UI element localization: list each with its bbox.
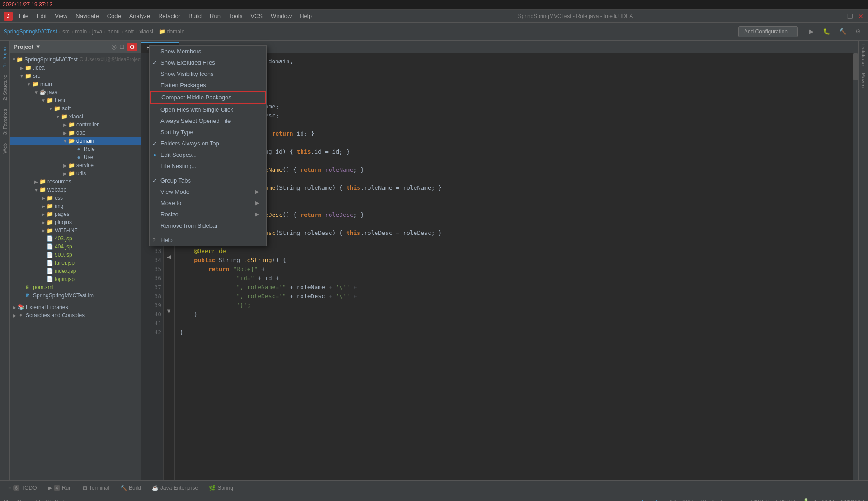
ctx-view-mode[interactable]: View Mode ▶ xyxy=(150,186,266,197)
bottom-tab-java-enterprise[interactable]: ☕ Java Enterprise xyxy=(147,483,203,493)
menu-code[interactable]: Code xyxy=(104,11,125,21)
tree-item-resources[interactable]: ▶ 📁 resources xyxy=(10,178,141,186)
breadcrumb-java[interactable]: java xyxy=(92,28,102,35)
bottom-tab-build[interactable]: 🔨 Build xyxy=(116,483,146,493)
tree-item-role[interactable]: ● Role xyxy=(10,145,141,153)
tree-item-soft[interactable]: ▼ 📁 soft xyxy=(10,104,141,112)
tree-item-403[interactable]: 📄 403.jsp xyxy=(10,234,141,243)
menu-build[interactable]: Build xyxy=(185,11,205,21)
tree-item-scratches[interactable]: ▶ ✦ Scratches and Consoles xyxy=(10,311,141,319)
maximize-button[interactable]: ❐ xyxy=(846,13,854,20)
tree-item-external-libraries[interactable]: ▶ 📚 External Libraries xyxy=(10,303,141,311)
tree-item-webapp[interactable]: ▼ 📁 webapp xyxy=(10,186,141,194)
tree-item-henu[interactable]: ▼ 📁 henu xyxy=(10,96,141,104)
editor-scrollbar-thumb[interactable] xyxy=(853,53,858,80)
tree-item-service[interactable]: ▶ 📁 service xyxy=(10,161,141,169)
menu-view[interactable]: View xyxy=(51,11,71,21)
bottom-tab-spring[interactable]: 🌿 Spring xyxy=(204,483,238,493)
ctx-edit-scopes[interactable]: ● Edit Scopes... xyxy=(150,149,266,160)
tree-item-controller[interactable]: ▶ 📁 controller xyxy=(10,121,141,129)
sidebar-item-project[interactable]: 1: Project xyxy=(0,42,9,70)
menu-file[interactable]: File xyxy=(15,11,32,21)
ctx-file-nesting[interactable]: File Nesting... xyxy=(150,160,266,172)
tree-item-plugins[interactable]: ▶ 📁 plugins xyxy=(10,218,141,226)
bottom-tab-run[interactable]: ▶ 4 Run xyxy=(43,483,76,493)
bottom-tab-todo[interactable]: ≡ 6 TODO xyxy=(4,483,42,493)
menu-analyze[interactable]: Analyze xyxy=(126,11,154,21)
ctx-show-visibility-icons[interactable]: Show Visibility Icons xyxy=(150,68,266,80)
close-button[interactable]: ✕ xyxy=(857,13,864,20)
line-endings[interactable]: CRLF xyxy=(682,499,695,501)
settings-button[interactable]: ⚙ xyxy=(852,26,864,37)
tree-item-pages[interactable]: ▶ 📁 pages xyxy=(10,210,141,218)
menu-edit[interactable]: Edit xyxy=(33,11,50,21)
tree-item-xiaosi[interactable]: ▼ 📁 xiaosi xyxy=(10,112,141,121)
encoding[interactable]: UTF-8 xyxy=(701,499,715,501)
tree-item-pom[interactable]: 🗎 pom.xml xyxy=(10,283,141,291)
breadcrumb-src[interactable]: src xyxy=(62,28,70,35)
ctx-resize[interactable]: Resize ▶ xyxy=(150,209,266,220)
tree-item-src[interactable]: ▼ 📁 src xyxy=(10,72,141,80)
ctx-open-files-single-click[interactable]: Open Files with Single Click xyxy=(150,104,266,115)
tree-item-domain[interactable]: ▼ 📂 domain xyxy=(10,137,141,145)
ctx-move-to[interactable]: Move to ▶ xyxy=(150,197,266,209)
tree-item-404[interactable]: 📄 404.jsp xyxy=(10,243,141,251)
indent[interactable]: 4 spaces xyxy=(720,499,740,501)
ctx-help[interactable]: ? Help xyxy=(150,234,266,246)
tree-item-500[interactable]: 📄 500.jsp xyxy=(10,251,141,259)
sidebar-item-structure[interactable]: 2: Structure xyxy=(1,71,9,104)
project-scrollbar[interactable] xyxy=(10,477,141,480)
breadcrumb-project[interactable]: SpringSpringMVCTest xyxy=(4,28,57,35)
settings-gear-icon[interactable]: ⚙ xyxy=(127,43,137,51)
ctx-group-tabs[interactable]: ✓ Group Tabs xyxy=(150,175,266,186)
tree-item-css[interactable]: ▶ 📁 css xyxy=(10,194,141,202)
menu-run[interactable]: Run xyxy=(206,11,224,21)
collapse-icon[interactable]: ⊟ xyxy=(119,43,125,51)
tree-item-springmvctest[interactable]: ▼ 📁 SpringSpringMVCTest C:\Users\司超龙\Ide… xyxy=(10,55,141,64)
menu-tools[interactable]: Tools xyxy=(225,11,246,21)
tree-item-iml[interactable]: 🗎 SpringSpringMVCTest.iml xyxy=(10,291,141,300)
right-tab-maven[interactable]: Maven xyxy=(859,69,868,91)
ctx-folders-always-on-top[interactable]: ✓ Folders Always on Top xyxy=(150,138,266,149)
tree-item-main[interactable]: ▼ 📁 main xyxy=(10,80,141,88)
app-icon[interactable]: J xyxy=(4,12,13,21)
tree-item-failer[interactable]: 📄 failer.jsp xyxy=(10,259,141,267)
bottom-tab-terminal[interactable]: ⊞ Terminal xyxy=(78,483,114,493)
breadcrumb-main[interactable]: main xyxy=(75,28,87,35)
breadcrumb-henu[interactable]: henu xyxy=(108,28,120,35)
menu-navigate[interactable]: Navigate xyxy=(72,11,102,21)
locate-icon[interactable]: ◎ xyxy=(111,43,117,51)
ctx-sort-by-type[interactable]: Sort by Type xyxy=(150,126,266,138)
tree-item-dao[interactable]: ▶ 📁 dao xyxy=(10,129,141,137)
menu-help[interactable]: Help xyxy=(296,11,316,21)
menu-refactor[interactable]: Refactor xyxy=(155,11,184,21)
ctx-show-excluded-files[interactable]: ✓ Show Excluded Files xyxy=(150,57,266,68)
code-area[interactable]: package henu.soft.xiaosi.domain; public … xyxy=(175,53,853,480)
breadcrumb-xiaosi[interactable]: xiaosi xyxy=(139,28,153,35)
menu-vcs[interactable]: VCS xyxy=(247,11,266,21)
menu-window[interactable]: Window xyxy=(267,11,295,21)
right-tab-database[interactable]: Database xyxy=(859,41,868,69)
build-button[interactable]: 🔨 xyxy=(835,26,850,37)
breadcrumb-soft[interactable]: soft xyxy=(125,28,134,35)
tree-item-idea[interactable]: ▶ 📁 .idea xyxy=(10,64,141,72)
tree-item-login[interactable]: 📄 login.jsp xyxy=(10,275,141,283)
editor-scrollbar[interactable] xyxy=(853,53,858,480)
sidebar-item-web[interactable]: Web xyxy=(1,140,9,157)
ctx-always-select-opened-file[interactable]: Always Select Opened File xyxy=(150,115,266,126)
sidebar-item-favorites[interactable]: 3: Favorites xyxy=(1,105,9,138)
debug-button[interactable]: 🐛 xyxy=(819,26,834,37)
tree-item-utils[interactable]: ▶ 📁 utils xyxy=(10,169,141,178)
ctx-show-members[interactable]: Show Members xyxy=(150,46,266,57)
run-button[interactable]: ▶ xyxy=(806,26,817,37)
tree-item-index[interactable]: 📄 index.jsp xyxy=(10,267,141,275)
event-log[interactable]: Event Log xyxy=(642,499,665,501)
ctx-remove-from-sidebar[interactable]: Remove from Sidebar xyxy=(150,220,266,231)
tree-item-user[interactable]: ● User xyxy=(10,153,141,161)
tree-item-webinf[interactable]: ▶ 📁 WEB-INF xyxy=(10,226,141,234)
minimize-button[interactable]: — xyxy=(835,13,843,20)
ctx-flatten-packages[interactable]: Flatten Packages xyxy=(150,80,266,91)
breadcrumb-domain[interactable]: 📁 domain xyxy=(159,28,184,35)
tree-item-img[interactable]: ▶ 📁 img xyxy=(10,202,141,210)
tree-item-java[interactable]: ▼ ☕ java xyxy=(10,88,141,96)
